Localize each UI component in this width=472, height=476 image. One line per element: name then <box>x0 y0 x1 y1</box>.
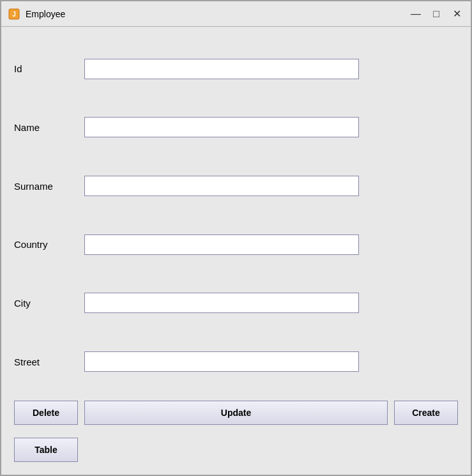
delete-button[interactable]: Delete <box>14 401 78 425</box>
table-button[interactable]: Table <box>14 438 78 462</box>
form-row-street: Street <box>14 346 458 377</box>
form-row-surname: Surname <box>14 171 458 201</box>
app-icon: J <box>8 8 20 20</box>
label-surname: Surname <box>14 181 72 192</box>
maximize-button[interactable]: □ <box>429 6 444 22</box>
window-title: Employee <box>26 9 65 19</box>
window-content: Id Name Surname Country City Street <box>1 27 471 475</box>
create-button[interactable]: Create <box>394 401 458 425</box>
form-row-country: Country <box>14 229 458 260</box>
input-city[interactable] <box>84 293 359 313</box>
title-bar-left: J Employee <box>8 8 65 20</box>
title-bar: J Employee — □ ✕ <box>1 1 471 27</box>
label-id: Id <box>14 63 72 74</box>
main-window: J Employee — □ ✕ Id Name Surname <box>0 0 472 476</box>
form-row-id: Id <box>14 54 458 84</box>
action-buttons-row: Delete Update Create <box>14 391 458 431</box>
input-id[interactable] <box>84 59 359 79</box>
input-surname[interactable] <box>84 176 359 196</box>
label-street: Street <box>14 357 72 367</box>
form-section: Id Name Surname Country City Street <box>14 40 458 391</box>
close-button[interactable]: ✕ <box>449 6 464 22</box>
input-street[interactable] <box>84 351 359 372</box>
form-row-name: Name <box>14 112 458 142</box>
label-city: City <box>14 298 72 309</box>
input-name[interactable] <box>84 117 359 137</box>
update-button[interactable]: Update <box>84 401 388 425</box>
label-country: Country <box>14 239 72 250</box>
window-controls: — □ ✕ <box>408 6 464 22</box>
form-row-city: City <box>14 288 458 318</box>
table-button-row: Table <box>14 431 458 468</box>
minimize-button[interactable]: — <box>408 6 423 22</box>
label-name: Name <box>14 122 72 133</box>
input-country[interactable] <box>84 234 359 255</box>
svg-text:J: J <box>12 11 16 18</box>
